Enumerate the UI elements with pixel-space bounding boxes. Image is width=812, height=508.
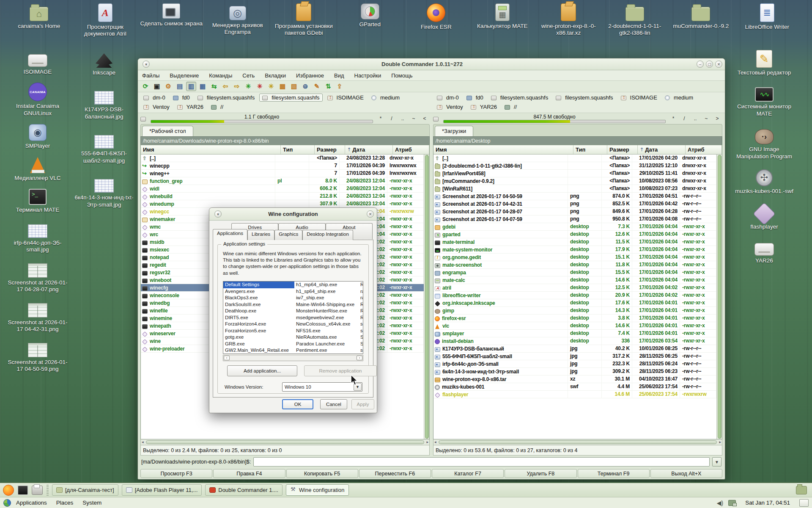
desktop-icon[interactable]: Сделать снимок экрана — [138, 3, 205, 38]
drive-button[interactable]: dm-0 — [434, 94, 462, 102]
column-header-date[interactable]: ⇡Дата — [345, 145, 393, 154]
file-row[interactable]: 555-6Ф4П-6Ж5П-шабл2-small jpg 317.2 K 28… — [433, 353, 716, 360]
desktop-icon[interactable]: Системный монитор MATE — [732, 86, 796, 117]
desktop-icon[interactable]: wine-proton-exp-8.-0-x86.tar.xz — [535, 3, 602, 38]
file-row[interactable]: irfp-6п44с-доп-Э5-small jpg 232.3 K 28/1… — [433, 360, 716, 368]
application-list-item[interactable]: ForzaHorizon4.exe NewColossus_x64vk.exe … — [223, 321, 363, 328]
file-row[interactable]: wine-proton-exp-8.0-x86.tar xz 30.1 M 04… — [433, 375, 716, 383]
application-list-item[interactable]: BlackOps3.exe iw7_ship.exe ray — [223, 295, 363, 301]
panel-nav-button[interactable]: * — [376, 115, 386, 122]
file-row[interactable]: Screenshot at 2026-01-17 04-50-59 png 87… — [433, 193, 716, 200]
toolbar-button-icon[interactable] — [186, 82, 196, 91]
drive-button[interactable]: dm-0 — [140, 94, 168, 102]
column-header-date[interactable]: ⇡Дата — [638, 145, 686, 154]
terminal-launcher[interactable] — [17, 484, 29, 496]
toolbar-button-icon[interactable] — [289, 82, 299, 91]
drive-button[interactable]: Ventoy — [140, 103, 173, 111]
dialog-close-button[interactable]: ✕ — [367, 210, 374, 218]
drive-button[interactable]: filesystem.squashfs — [553, 94, 616, 102]
desktop-icon[interactable]: 2-doublecmd-1-0-11-gtk2-i386-lin — [602, 3, 668, 38]
function-key-button[interactable]: Копировать F5 — [286, 469, 358, 478]
horizontal-scrollbar[interactable] — [433, 439, 722, 445]
column-header-type[interactable]: Тип — [573, 145, 607, 154]
drive-button[interactable]: filesystem.squashfs — [488, 94, 551, 102]
taskbar-window-button[interactable]: Double Commander 1.... — [205, 484, 283, 496]
toolbar-button-icon[interactable] — [323, 82, 333, 91]
panel-menu[interactable]: Places — [55, 499, 75, 507]
desktop-icon[interactable]: Instalar Canaima GNU/Linux — [6, 83, 69, 117]
column-header-type[interactable]: Тип — [281, 145, 315, 154]
toolbar-button-icon[interactable] — [163, 82, 173, 91]
toolbar-button-icon[interactable] — [312, 82, 322, 91]
file-row[interactable]: libreoffice-writer desktop 20.9 K 17/01/… — [433, 292, 716, 299]
file-row[interactable]: К174УР3-DSB-балансный jpg 40.2 K 10/01/2… — [433, 345, 716, 353]
desktop-icon[interactable]: LibreOffice Writer — [734, 3, 801, 38]
dialog-tab[interactable]: Libraries — [247, 230, 274, 240]
apply-button[interactable]: Apply — [351, 399, 374, 409]
file-row[interactable]: mate-screenshot desktop 11.8 K 17/01/202… — [433, 261, 716, 269]
file-row[interactable]: vlc desktop 14.6 K 17/01/2026 04:01 -rwx… — [433, 322, 716, 330]
command-history-dropdown-icon[interactable]: ▼ — [712, 457, 721, 467]
dialog-menu-button[interactable]: ▾ — [214, 210, 222, 218]
add-application-button[interactable]: Add application... — [227, 365, 297, 376]
function-key-button[interactable]: Выход Alt+X — [650, 469, 722, 478]
file-row[interactable]: [..] <Папка> 17/01/2026 04:20 drwxr-xr-x — [433, 155, 716, 162]
toolbar-button-icon[interactable] — [277, 82, 288, 91]
function-key-button[interactable]: Просмотр F3 — [140, 469, 212, 478]
file-row[interactable]: widl 606.2 K 24/08/2023 12:04 -rwxr-xr-x — [141, 185, 424, 193]
menu-item[interactable]: Сеть — [242, 72, 255, 79]
file-row[interactable]: gdebi desktop 7.3 K 17/01/2026 04:04 -rw… — [433, 223, 716, 231]
menu-item[interactable]: Файлы — [142, 72, 159, 79]
toolbar-button-icon[interactable] — [209, 82, 219, 91]
desktop-icon[interactable]: Медиаплеер VLC — [14, 157, 60, 182]
volume-icon[interactable]: ◀) — [717, 500, 723, 506]
panel-tab[interactable]: *Рабочий стол — [142, 126, 193, 136]
file-row[interactable]: Screenshot at 2026-01-17 04-07-59 png 95… — [433, 215, 716, 223]
desktop-icon[interactable]: flashplayer — [750, 204, 778, 230]
file-row[interactable]: winecpp 7 17/01/2026 04:39 lrwxrwxrwx — [141, 162, 424, 170]
panel-tab[interactable]: *Загрузки — [435, 126, 473, 136]
desktop-icon[interactable]: YAR26 — [754, 240, 774, 264]
drive-button[interactable]: YAR26 — [174, 103, 206, 111]
taskbar-window-button[interactable]: [для-Canaima-тест] — [52, 484, 118, 496]
file-row[interactable]: engrampa desktop 15.5 K 17/01/2026 04:04… — [433, 269, 716, 276]
file-row[interactable]: mate-system-monitor desktop 17.9 K 17/01… — [433, 246, 716, 254]
function-key-button[interactable]: Каталог F7 — [432, 469, 504, 478]
file-row[interactable]: firefox-esr desktop 3.8 K 17/01/2026 04:… — [433, 315, 716, 322]
panel-nav-button[interactable]: .. — [398, 115, 408, 122]
column-header-attr[interactable]: Атриб — [393, 145, 429, 154]
file-row[interactable]: Screenshot at 2026-01-17 04-28-07 png 84… — [433, 208, 716, 215]
file-row[interactable]: [2-doublecmd-1-0-11-gtk2-i386-lin] <Папк… — [433, 162, 716, 170]
windows-version-select[interactable]: Windows 10 ▼ — [282, 382, 362, 392]
application-list-item[interactable]: DIRT5.exe msedgewebview2.exe Rif — [223, 315, 363, 321]
close-button[interactable]: ✕ — [715, 61, 722, 68]
menu-item[interactable]: Помощь — [391, 72, 412, 79]
remove-application-button[interactable]: Remove application — [304, 365, 377, 376]
application-list-item[interactable]: gotg.exe NieRAutomata.exe Sa — [223, 334, 363, 341]
dialog-tab[interactable]: Applications — [213, 229, 247, 240]
file-row[interactable]: function_grep pl 8.0 K 24/08/2023 12:04 … — [141, 177, 424, 185]
drive-button[interactable]: filesystem.squashfs — [195, 94, 258, 102]
menu-item[interactable]: Избранное — [296, 72, 324, 79]
menu-item[interactable]: Настройки — [354, 72, 381, 79]
application-listbox[interactable]: Default Settings h1_mp64_ship.exe R6 Ave… — [223, 281, 363, 354]
panel-nav-button[interactable]: < — [420, 115, 430, 122]
file-row[interactable]: wineg++ 7 17/01/2026 04:39 lrwxrwxrwx — [141, 170, 424, 177]
desktop-icon[interactable]: Текстовый редактор — [738, 50, 791, 76]
panel-nav-button[interactable]: .. — [690, 115, 700, 122]
drive-button[interactable]: Ventoy — [434, 103, 466, 111]
taskbar-window-button[interactable]: [Adobe Flash Player 11,... — [122, 484, 202, 496]
maximize-button[interactable]: ▢ — [706, 61, 713, 68]
drive-button[interactable]: medium — [662, 94, 696, 102]
desktop-icon[interactable]: ISOIMAGE — [24, 51, 52, 75]
application-list-item[interactable]: ForzaHorizon5.exe NFS16.exe s2_ — [223, 328, 363, 334]
desktop-folder-button[interactable] — [793, 484, 809, 496]
panel-nav-button[interactable]: * — [668, 115, 678, 122]
toolbar-button-icon[interactable] — [198, 82, 208, 91]
menu-item[interactable]: Выделение — [170, 72, 199, 79]
panel-nav-button[interactable]: ~ — [701, 115, 711, 122]
column-header-name[interactable]: Имя — [433, 145, 573, 154]
drive-button[interactable]: fd0 — [170, 94, 193, 102]
desktop-icon[interactable]: Калькулятор MATE — [469, 3, 536, 38]
toolbar-button-icon[interactable] — [220, 82, 230, 91]
